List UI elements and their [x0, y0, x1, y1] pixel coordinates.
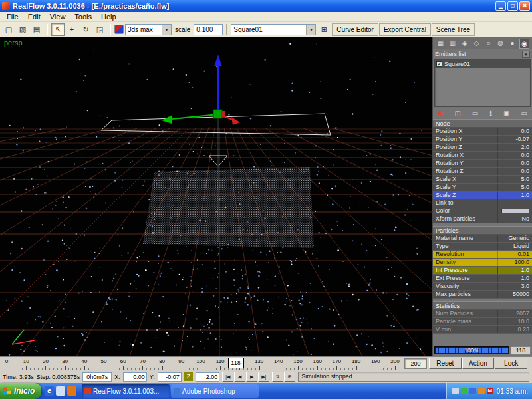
titlebar[interactable]: RealFlow 3.0.11.0036 - [E:/practicas/cañ… — [0, 0, 532, 12]
tray-volume-icon[interactable] — [452, 388, 459, 394]
tray-mcafee-icon[interactable]: M — [487, 388, 493, 394]
internet-explorer-icon[interactable]: e — [45, 386, 54, 396]
display-mode-2-icon[interactable]: ▭ — [472, 110, 478, 117]
property-value[interactable]: 0.01 — [497, 251, 532, 258]
color-swatch[interactable] — [501, 209, 529, 213]
task-button[interactable]: Adobe Photoshop — [171, 384, 259, 398]
emitter-list-item[interactable]: ✔Square01 — [435, 60, 530, 68]
panel-tab-icon[interactable]: ● — [507, 39, 517, 49]
info-icon[interactable]: ℹ — [489, 110, 492, 117]
property-row[interactable]: Link to- — [433, 200, 532, 207]
property-value[interactable]: 2.0 — [497, 144, 532, 151]
delete-emitter-icon[interactable]: ✖ — [438, 110, 443, 117]
scale-input[interactable]: 0.100 — [194, 24, 223, 35]
scale-tool-icon[interactable]: ◲ — [93, 23, 106, 36]
export-central-button[interactable]: Export Central — [379, 23, 431, 36]
property-row[interactable]: Resolution0.01 — [433, 251, 532, 259]
property-row[interactable]: Scale Y5.0 — [433, 184, 532, 192]
gizmo-center-cube[interactable] — [213, 110, 222, 118]
transport-extra-icon-0[interactable]: ⇅ — [272, 372, 283, 382]
property-value[interactable]: 100.0 — [497, 259, 532, 266]
property-value[interactable]: 1.0 — [497, 192, 532, 199]
property-row[interactable]: Color — [433, 207, 532, 215]
display-mode-1-icon[interactable]: ◫ — [454, 110, 460, 117]
rotate-tool-icon[interactable]: ↻ — [79, 23, 92, 36]
end-frame-box[interactable]: 200 — [404, 358, 427, 369]
property-row[interactable]: TypeLiquid — [433, 243, 532, 251]
menu-tools[interactable]: Tools — [70, 13, 96, 21]
tray-orange-icon[interactable] — [478, 388, 485, 394]
playback-button-0[interactable]: |◀ — [222, 372, 233, 382]
viewport-3d[interactable]: persp — [0, 37, 432, 356]
particles-section-header[interactable]: Particles — [433, 226, 532, 235]
property-row[interactable]: Scale X5.0 — [433, 176, 532, 184]
save-file-icon[interactable]: ▤ — [30, 23, 43, 36]
property-row[interactable]: Position X0.0 — [433, 128, 532, 136]
panel-tab-icon[interactable]: ◍ — [495, 39, 505, 49]
property-row[interactable]: Int Pressure1.0 — [433, 267, 532, 275]
minimize-button[interactable]: ▁ — [495, 1, 506, 11]
chevron-down-icon[interactable]: ▼ — [162, 25, 171, 35]
panel-tab-icon[interactable]: ◈ — [460, 39, 469, 49]
property-value[interactable]: -0.07 — [497, 136, 532, 143]
timeline-ruler[interactable]: 0102030405060708090100110120130140150160… — [0, 357, 403, 370]
property-value[interactable]: 0.0 — [497, 128, 532, 135]
lock-button[interactable]: Lock — [495, 358, 527, 369]
menu-file[interactable]: File — [2, 13, 23, 21]
media-player-icon[interactable] — [67, 386, 76, 396]
panel-tab-icon[interactable]: ◉ — [519, 39, 529, 49]
display-mode-4-icon[interactable]: ▭ — [521, 110, 527, 117]
display-mode-3-icon[interactable]: ▣ — [503, 110, 509, 117]
property-value[interactable]: Liquid — [497, 243, 532, 250]
chevron-down-icon[interactable]: ▼ — [306, 25, 315, 35]
menu-edit[interactable]: Edit — [23, 13, 45, 21]
property-value[interactable]: - — [497, 200, 532, 207]
property-value[interactable]: 50000 — [497, 291, 532, 298]
chevron-down-icon[interactable]: ▼ — [522, 51, 530, 58]
y-input[interactable]: -0.07 — [158, 372, 182, 382]
playback-button-2[interactable]: ▶ — [246, 372, 257, 382]
move-tool-icon[interactable]: + — [65, 23, 78, 36]
action-button[interactable]: Action — [462, 358, 495, 369]
property-row[interactable]: Num Particles2057 — [433, 310, 532, 318]
statistics-section-header[interactable]: Statistics — [433, 301, 532, 310]
tray-green-icon[interactable] — [461, 388, 467, 394]
property-value[interactable] — [497, 207, 532, 215]
emitter-checkbox[interactable]: ✔ — [436, 61, 442, 67]
property-row[interactable]: V min0.23 — [433, 326, 532, 334]
start-button[interactable]: Inicio — [0, 383, 41, 399]
property-row[interactable]: Max particles50000 — [433, 291, 532, 299]
curve-editor-button[interactable]: Curve Editor — [332, 23, 378, 36]
property-value[interactable]: No — [497, 215, 532, 223]
panel-tab-icon[interactable]: ◇ — [471, 39, 481, 49]
property-row[interactable]: Particle mass10.0 — [433, 318, 532, 326]
transport-extra-icon-1[interactable]: ⊞ — [284, 372, 295, 382]
property-value[interactable]: 0.0 — [497, 168, 532, 175]
show-desktop-icon[interactable] — [56, 386, 65, 396]
property-row[interactable]: Rotation Y0.0 — [433, 160, 532, 168]
task-button[interactable]: RealFlow 3.0.11.003... — [82, 384, 170, 398]
select-tool-icon[interactable]: ↖ — [51, 23, 65, 36]
property-row[interactable]: Viscosity3.0 — [433, 283, 532, 291]
new-file-icon[interactable]: ▢ — [2, 23, 15, 36]
property-row[interactable]: Position Y-0.07 — [433, 136, 532, 144]
property-value[interactable]: Generic — [497, 235, 532, 242]
panel-tab-icon[interactable]: ▥ — [448, 39, 458, 49]
property-value[interactable]: 3.0 — [497, 283, 532, 290]
x-input[interactable]: 0.00 — [123, 372, 147, 382]
playback-button-3[interactable]: ▶| — [258, 372, 269, 382]
node-combobox[interactable]: Square01 ▼ — [231, 24, 316, 35]
property-row[interactable]: Rotation Z0.0 — [433, 168, 532, 176]
property-value[interactable]: 2057 — [497, 310, 532, 317]
restore-button[interactable]: ◻ — [507, 1, 518, 11]
property-value[interactable]: 1.0 — [497, 267, 532, 274]
property-value[interactable]: 5.0 — [497, 176, 532, 183]
menu-help[interactable]: Help — [96, 13, 121, 21]
node-section-header[interactable]: Node — [433, 119, 532, 128]
property-row[interactable]: Rotation X0.0 — [433, 152, 532, 160]
property-row[interactable]: Xform particlesNo — [433, 215, 532, 223]
scene-tree-button[interactable]: Scene Tree — [432, 23, 475, 36]
panel-tab-icon[interactable]: ▦ — [436, 39, 446, 49]
property-value[interactable]: 10.0 — [497, 318, 532, 325]
duplicate-node-icon[interactable]: ⊞ — [317, 23, 331, 36]
